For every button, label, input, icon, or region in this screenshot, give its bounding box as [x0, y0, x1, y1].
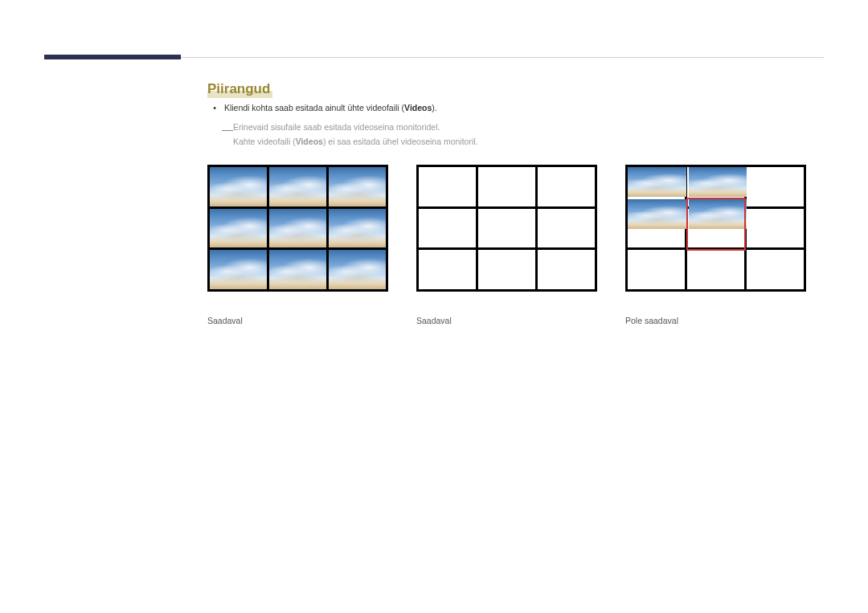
grid-cell-empty	[538, 209, 595, 248]
grid-cell-sky	[269, 167, 326, 206]
videowall-grid-empty	[416, 165, 597, 292]
grid-cell-sky	[269, 209, 326, 248]
illustration-not-available: Pole saadaval	[625, 165, 806, 325]
sub-line1: Erinevaid sisufaile saab esitada videose…	[233, 122, 440, 132]
grid-cell-empty	[419, 250, 476, 289]
header-accent-bar	[44, 55, 181, 59]
restrictions-text: • Kliendi kohta saab esitada ainult ühte…	[207, 103, 770, 149]
grid-cell-sky	[269, 250, 326, 289]
illustrations-row: Saadaval Saadaval	[207, 165, 806, 325]
videos-keyword: Videos	[404, 103, 432, 112]
video-cell	[628, 199, 686, 229]
grid-cell-empty	[419, 209, 476, 248]
grid-cell-empty	[747, 167, 804, 206]
videowall-grid-full	[207, 165, 388, 292]
video-cell	[689, 199, 747, 229]
caption-available: Saadaval	[416, 316, 597, 325]
grid-cell-empty	[419, 167, 476, 206]
caption-available: Saadaval	[207, 316, 388, 325]
dash-icon: ―	[222, 121, 233, 140]
grid-cell-empty	[747, 209, 804, 248]
videos-keyword: Videos	[296, 137, 323, 146]
grid-cell-sky	[210, 209, 267, 248]
grid-cell-empty	[628, 250, 685, 289]
bullet-dot: •	[207, 103, 222, 112]
grid-cell-sky	[210, 167, 267, 206]
illustration-available-full: Saadaval	[207, 165, 388, 325]
grid-cell-sky	[329, 250, 386, 289]
grid-cell-empty	[687, 250, 744, 289]
grid-cell-empty	[538, 167, 595, 206]
grid-cell-sky	[210, 250, 267, 289]
grid-cell-empty	[478, 250, 535, 289]
grid-cell-sky	[329, 209, 386, 248]
videowall-grid-overlap	[625, 165, 806, 292]
video-cell	[628, 167, 686, 197]
grid-cells	[416, 165, 597, 292]
video-cell	[689, 167, 747, 197]
bullet-item: • Kliendi kohta saab esitada ainult ühte…	[207, 103, 770, 112]
illustration-available-empty: Saadaval	[416, 165, 597, 325]
sub-line2-prefix: Kahte videofaili (	[233, 137, 296, 146]
grid-cell-empty	[747, 250, 804, 289]
bullet-text-suffix: ).	[432, 103, 436, 112]
sub-line2-suffix: ) ei saa esitada ühel videoseina monitor…	[323, 137, 478, 146]
grid-cells	[207, 165, 388, 292]
grid-cell-sky	[329, 167, 386, 206]
sub-note: ― Erinevaid sisufaile saab esitada video…	[222, 121, 770, 149]
caption-not-available: Pole saadaval	[625, 316, 806, 325]
header-divider	[181, 57, 824, 58]
bullet-text-prefix: Kliendi kohta saab esitada ainult ühte v…	[224, 103, 404, 112]
grid-cell-empty	[538, 250, 595, 289]
grid-cell-empty	[478, 167, 535, 206]
section-title: Piirangud	[207, 80, 272, 98]
grid-cell-empty	[478, 209, 535, 248]
